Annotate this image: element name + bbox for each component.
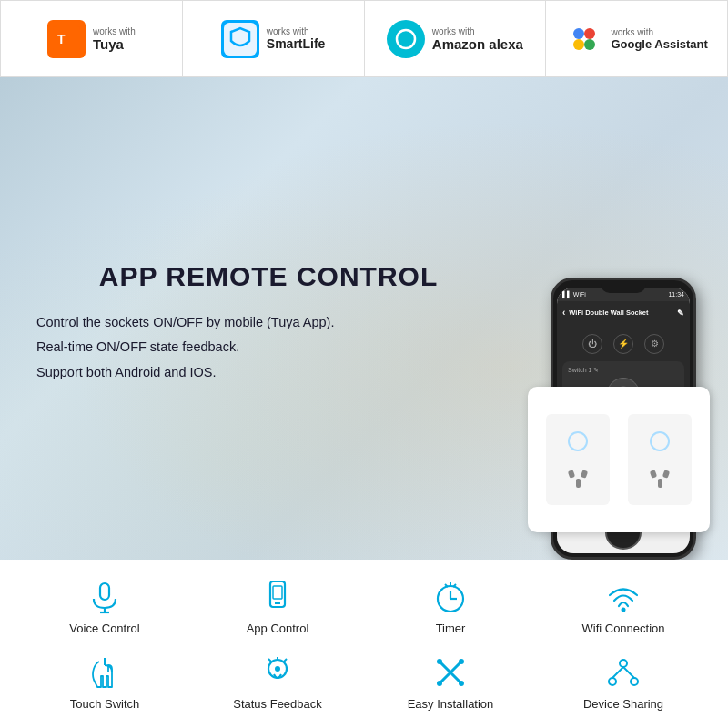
touch-switch-icon [85, 652, 125, 693]
status-feedback-icon [258, 652, 298, 693]
svg-point-40 [459, 681, 464, 686]
pin-row-top-1 [569, 470, 587, 478]
app-control-icon [258, 577, 298, 617]
main-section: APP REMOTE CONTROL Control the sockets O… [0, 77, 728, 560]
phone-top-icons: ⏻ ⚡ ⚙ [562, 330, 684, 358]
google-logo-icon [565, 20, 603, 58]
svg-point-39 [437, 681, 442, 686]
app-control-label: App Control [247, 622, 309, 635]
tuya-badge-text: works with Tuya [93, 26, 136, 52]
smartlife-brand-label: SmartLife [267, 36, 326, 51]
pin-left-2 [650, 470, 657, 479]
svg-point-29 [622, 608, 626, 612]
phone-notch [601, 280, 646, 293]
svg-point-6 [584, 28, 595, 39]
phone-app-title: WiFi Double Wall Socket [569, 308, 648, 317]
phone-settings-icon: ⚙ [644, 334, 664, 354]
pin-row-top-2 [651, 470, 669, 478]
pin-left-1 [568, 470, 575, 479]
phone-bolt-icon: ⚡ [613, 334, 633, 354]
alexa-brand-label: Amazon alexa [432, 36, 523, 52]
phone-signal: ▌▌ WiFi [562, 291, 586, 298]
feature-app-control: App Control [223, 577, 332, 635]
phone-power-icon: ⏻ [582, 334, 602, 354]
svg-point-8 [584, 39, 595, 50]
touch-switch-label: Touch Switch [70, 697, 140, 711]
smartlife-logo-icon [221, 20, 259, 58]
main-content: APP REMOTE CONTROL Control the sockets O… [0, 77, 728, 560]
phone-app-bar: ‹ WiFi Double Wall Socket ✎ [557, 301, 690, 325]
alexa-works-label: works with [432, 26, 523, 36]
pin-center-2 [658, 479, 662, 488]
phone-area: ▌▌ WiFi 11:34 ‹ WiFi Double Wall Socket … [519, 77, 728, 560]
feature-wifi: Wifi Connection [569, 577, 678, 635]
svg-rect-17 [100, 583, 109, 600]
app-remote-title: APP REMOTE CONTROL [36, 261, 500, 292]
status-feedback-label: Status Feedback [233, 697, 322, 711]
svg-rect-22 [273, 586, 282, 599]
device-sharing-icon [603, 652, 643, 693]
tuya-logo-icon: T [47, 20, 86, 58]
svg-point-3 [389, 23, 422, 56]
alexa-logo-icon [387, 20, 425, 58]
pin-right-2 [662, 470, 670, 479]
google-works-label: works with [611, 27, 707, 37]
tuya-brand-label: Tuya [93, 36, 136, 52]
voice-control-icon [85, 577, 125, 617]
tuya-works-label: works with [93, 26, 136, 36]
features-row-1: Voice Control App Control [18, 577, 710, 635]
svg-point-32 [275, 666, 280, 672]
pin-center-1 [576, 479, 581, 488]
socket-pins-1 [569, 470, 587, 488]
google-badge-text: works with Google Assistant [611, 27, 707, 51]
text-panel: APP REMOTE CONTROL Control the sockets O… [0, 77, 519, 560]
badge-alexa[interactable]: works with Amazon alexa [365, 1, 547, 76]
socket-device [528, 387, 710, 532]
feature-device-sharing: Device Sharing [569, 652, 678, 711]
svg-point-37 [437, 659, 442, 664]
wifi-connection-icon [603, 577, 643, 617]
feature-status-feedback: Status Feedback [223, 652, 332, 711]
badge-tuya[interactable]: T works with Tuya [1, 1, 183, 76]
timer-icon [430, 577, 470, 617]
google-brand-label: Google Assistant [611, 37, 707, 51]
timer-label: Timer [436, 622, 466, 635]
svg-point-7 [573, 39, 584, 50]
smartlife-badge-text: works with SmartLife [267, 26, 326, 51]
badges-row: T works with Tuya works with SmartLife [0, 0, 728, 77]
svg-point-43 [631, 678, 638, 685]
svg-point-42 [609, 678, 616, 685]
socket-touch-1 [568, 431, 588, 451]
voice-control-label: Voice Control [69, 622, 139, 635]
feature-touch-switch: Touch Switch [50, 652, 159, 711]
phone-time: 11:34 [668, 291, 684, 298]
smartlife-works-label: works with [267, 26, 326, 36]
feature-easy-installation: Easy Installation [396, 652, 505, 711]
desc-line-2: Real-time ON/OFF state feedback. [36, 335, 500, 360]
feature-voice-control: Voice Control [50, 577, 159, 635]
badge-google[interactable]: works with Google Assistant [546, 1, 727, 76]
svg-point-5 [573, 28, 584, 39]
desc-line-1: Control the sockets ON/OFF by mobile (Tu… [36, 310, 500, 336]
feature-timer: Timer [396, 577, 505, 635]
svg-text:T: T [57, 32, 66, 46]
pin-right-1 [581, 470, 588, 479]
desc-line-3: Support both Android and IOS. [36, 360, 500, 386]
device-sharing-label: Device Sharing [583, 697, 663, 711]
svg-point-41 [620, 660, 627, 667]
alexa-badge-text: works with Amazon alexa [432, 26, 523, 52]
easy-installation-label: Easy Installation [408, 697, 494, 711]
easy-installation-icon [430, 652, 470, 693]
svg-line-45 [623, 667, 634, 678]
badge-smartlife[interactable]: works with SmartLife [183, 1, 365, 76]
svg-point-38 [459, 659, 464, 664]
description-text: Control the sockets ON/OFF by mobile (Tu… [36, 310, 500, 386]
svg-line-44 [612, 667, 623, 678]
wifi-connection-label: Wifi Connection [581, 622, 664, 635]
socket-touch-2 [650, 431, 670, 451]
phone-switch1-label: Switch 1 ✎ [568, 367, 679, 374]
socket-outlet-2 [628, 414, 692, 505]
socket-outlet-1 [546, 414, 610, 505]
features-row-2: Touch Switch Status Feedback [18, 652, 710, 711]
features-section: Voice Control App Control [0, 560, 728, 728]
